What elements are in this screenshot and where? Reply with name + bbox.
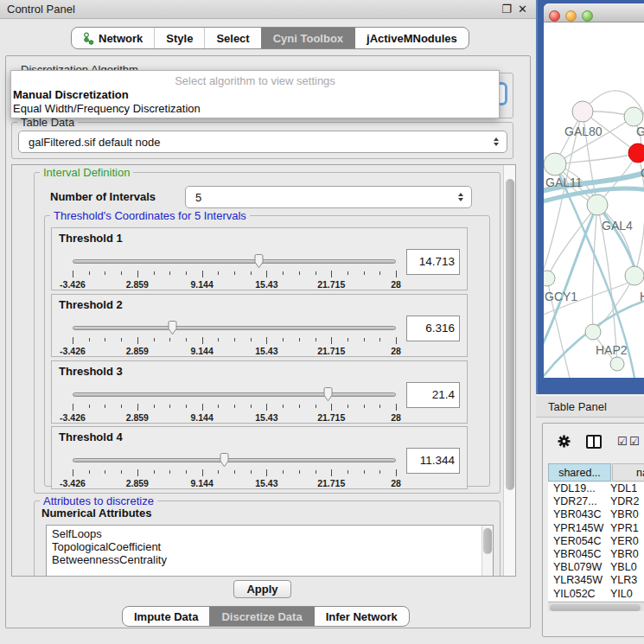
table-row[interactable]: YPR145WYPR1 (548, 522, 644, 535)
tick-label: -3.426 (60, 412, 86, 423)
slider-ticks (73, 404, 396, 411)
network-canvas[interactable]: GAL80 GAL C GAL11 GAL4 GCY1 H HAP2 (544, 22, 644, 378)
minimize-traffic-light-icon[interactable] (565, 10, 577, 22)
node-h-partial (625, 266, 644, 285)
cell-name[interactable]: YIL0 (610, 588, 644, 601)
table-row[interactable]: YBR043CYBR0 (548, 508, 644, 521)
table-row[interactable]: YBL079WYBL0 (548, 561, 644, 574)
node-gcy1 (544, 271, 555, 286)
cell-shared-name[interactable]: YDL19... (548, 482, 610, 495)
tick-label: 15.43 (255, 478, 277, 488)
threshold-2-value-field[interactable]: 6.316 (406, 316, 460, 341)
tab-network[interactable]: Network (72, 28, 154, 48)
slider-tick-labels: -3.4262.8599.14415.4321.71528 (73, 412, 396, 423)
column-header-name[interactable]: na (612, 463, 644, 481)
select-all-checkbox-icon[interactable]: ☑ (617, 436, 628, 447)
cell-shared-name[interactable]: YIL052C (548, 588, 610, 601)
table-row[interactable]: YIL052CYIL0 (548, 588, 644, 601)
threshold-3-slider[interactable]: -3.4262.8599.14415.4321.71528 (73, 387, 396, 422)
table-row[interactable]: YER054CYER0 (548, 535, 644, 548)
cell-shared-name[interactable]: YBL079W (548, 561, 610, 574)
tick-label: 2.859 (126, 279, 149, 290)
show-columns-icon[interactable] (586, 435, 602, 449)
table-horizontal-scrollbar[interactable] (548, 602, 644, 611)
scrollbar-thumb[interactable] (506, 179, 514, 490)
number-of-intervals-label: Number of Intervals (50, 190, 156, 203)
tab-cyni-toolbox[interactable]: Cyni Toolbox (261, 28, 354, 48)
deselect-all-checkbox-icon[interactable]: ☑ (629, 436, 640, 447)
threshold-3-value-field[interactable]: 21.4 (406, 382, 460, 408)
list-scrollbar[interactable] (481, 526, 493, 577)
cell-name[interactable]: YBL0 (610, 561, 644, 574)
numerical-attributes-label: Numerical Attributes (41, 507, 151, 520)
close-icon[interactable]: ✕ (518, 3, 527, 16)
scrollbar-thumb[interactable] (483, 528, 492, 554)
threshold-3-label: Threshold 3 (59, 365, 123, 378)
cell-shared-name[interactable]: YLR345W (548, 574, 610, 587)
attribute-list-item[interactable]: SelfLoops (52, 527, 493, 540)
threshold-4-value-field[interactable]: 11.344 (406, 448, 460, 474)
tick-label: 28 (391, 346, 401, 356)
tab-jactivemnodules[interactable]: jActiveMNodules (354, 28, 469, 48)
gear-icon[interactable] (557, 434, 571, 452)
node-label: GAL (636, 124, 644, 138)
close-traffic-light-icon[interactable] (549, 10, 560, 22)
attribute-list-item[interactable]: TopologicalCoefficient (52, 540, 493, 553)
cell-shared-name[interactable]: YER054C (548, 535, 610, 548)
slider-handle[interactable] (219, 453, 230, 468)
algorithm-option[interactable]: Manual Discretization (13, 88, 497, 102)
table-row[interactable]: YLR345WYLR3 (548, 574, 644, 587)
cell-shared-name[interactable]: YDR27... (548, 495, 610, 508)
cell-shared-name[interactable]: YPR145W (548, 522, 610, 535)
network-icon (83, 32, 94, 45)
cell-shared-name[interactable]: YBR043C (548, 508, 610, 521)
slider-handle[interactable] (253, 254, 265, 269)
threshold-2-slider[interactable]: -3.4262.8599.14415.4321.71528 (73, 321, 396, 355)
cell-name[interactable]: YDR2 (610, 495, 644, 508)
slider-handle[interactable] (167, 321, 178, 335)
slider-handle[interactable] (322, 387, 334, 402)
scrollbar-thumb[interactable] (550, 604, 641, 611)
tab-infer-network[interactable]: Infer Network (314, 607, 409, 626)
slider-ticks (73, 469, 396, 477)
slider-ticks (73, 271, 396, 278)
table-rows: YDL19...YDL1YDR27...YDR2YBR043CYBR0YPR14… (548, 482, 644, 601)
tab-discretize-data[interactable]: Discretize Data (209, 607, 313, 626)
attribute-list-item[interactable]: BetweennessCentrality (52, 553, 493, 566)
node-label: GAL80 (564, 124, 603, 138)
tick-label: 2.859 (126, 346, 149, 356)
tab-impute-data[interactable]: Impute Data (123, 607, 209, 626)
control-panel-title: Control Panel (7, 3, 75, 16)
zoom-traffic-light-icon[interactable] (582, 10, 593, 22)
algorithm-option[interactable]: Equal Width/Frequency Discretization (13, 102, 497, 116)
column-header-shared[interactable]: shared... (548, 463, 611, 481)
table-row[interactable]: YDL19...YDL1 (548, 482, 644, 495)
cell-name[interactable]: YBR0 (610, 508, 644, 521)
apply-button[interactable]: Apply (233, 580, 291, 598)
table-data-select[interactable]: galFiltered.sif default node (18, 131, 507, 153)
node-label: GAL4 (602, 219, 633, 233)
number-of-intervals-select[interactable]: 5 (185, 186, 472, 208)
slider-ticks (73, 337, 396, 345)
tab-style[interactable]: Style (154, 28, 204, 48)
cell-shared-name[interactable]: YBR045C (548, 548, 610, 561)
cell-name[interactable]: YPR1 (610, 522, 644, 535)
float-window-icon[interactable]: ❐ (501, 3, 512, 16)
tick-label: 15.43 (255, 412, 277, 423)
cell-name[interactable]: YER0 (610, 535, 644, 548)
settings-scroll-panel: Interval Definition Number of Intervals … (11, 164, 516, 577)
threshold-1-box: Threshold 1 -3.4262.8599.14415.4321.7152… (51, 227, 468, 290)
table-row[interactable]: YBR045CYBR0 (548, 548, 644, 561)
threshold-1-value-field[interactable]: 14.713 (406, 249, 460, 275)
cell-name[interactable]: YLR3 (610, 574, 644, 587)
tick-label: 15.43 (255, 279, 277, 290)
settings-scrollbar[interactable] (503, 165, 515, 576)
cell-name[interactable]: YDL1 (610, 482, 644, 495)
table-row[interactable]: YDR27...YDR2 (548, 495, 644, 508)
combo-arrows-icon (458, 193, 463, 201)
threshold-1-slider[interactable]: -3.4262.8599.14415.4321.71528 (73, 254, 396, 289)
node-label: GCY1 (545, 290, 577, 303)
tab-select[interactable]: Select (204, 28, 260, 48)
cell-name[interactable]: YBR0 (610, 548, 644, 561)
threshold-4-slider[interactable]: -3.4262.8599.14415.4321.71528 (73, 453, 396, 488)
